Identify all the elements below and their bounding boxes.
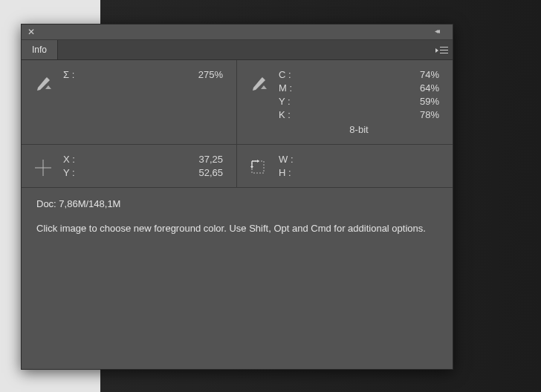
crosshair-icon [35,160,51,176]
svg-marker-6 [250,166,253,169]
doc-size-label: Doc: 7,86M/148,1M [22,188,453,217]
panel-menu-button[interactable] [433,40,453,59]
y-value: 52,65 [80,167,223,178]
svg-marker-1 [261,85,267,89]
eyedropper-icon[interactable] [250,75,268,94]
cell-position: X : 37,25 Y : 52,65 [22,145,237,188]
c-label: C : [279,69,292,80]
y-value: 59% [297,96,439,107]
hint-text: Click image to choose new foreground col… [22,217,453,369]
menu-icon [438,47,448,53]
w-value [298,154,440,165]
bounds-icon [250,160,267,176]
bitdepth-label: 8-bit [279,122,439,135]
m-label: M : [279,82,292,94]
h-value [298,167,440,178]
eyedropper-icon[interactable] [34,75,52,94]
panel-titlebar[interactable]: ✕ ◂◂ [22,24,453,40]
sigma-label: Σ : [63,69,74,80]
info-panel: ✕ ◂◂ Info Σ : 275% [21,24,453,370]
k-value: 78% [297,109,439,120]
x-label: X : [63,154,75,165]
k-label: K : [279,109,292,120]
tab-info[interactable]: Info [22,40,58,59]
sigma-value: 275% [79,69,223,80]
svg-marker-5 [257,160,259,163]
h-label: H : [279,167,294,178]
close-icon[interactable]: ✕ [26,27,36,37]
cell-cmyk: C : 74% M : 64% Y : 59% K : 78% 8-bit [237,60,453,145]
info-grid: Σ : 275% C : 74% M : 64% Y : 59% K : 78% [22,60,453,188]
m-value: 64% [297,82,439,94]
svg-rect-4 [252,161,264,173]
c-value: 74% [297,69,439,80]
collapse-icon[interactable]: ◂◂ [435,27,448,37]
cell-total-ink: Σ : 275% [22,60,237,145]
y-label: Y : [63,167,75,178]
w-label: W : [279,154,294,165]
x-value: 37,25 [80,154,223,165]
tabbar: Info [22,40,453,60]
cell-dimensions: W : H : [237,145,453,188]
svg-marker-0 [45,85,51,89]
y-label: Y : [279,96,292,107]
